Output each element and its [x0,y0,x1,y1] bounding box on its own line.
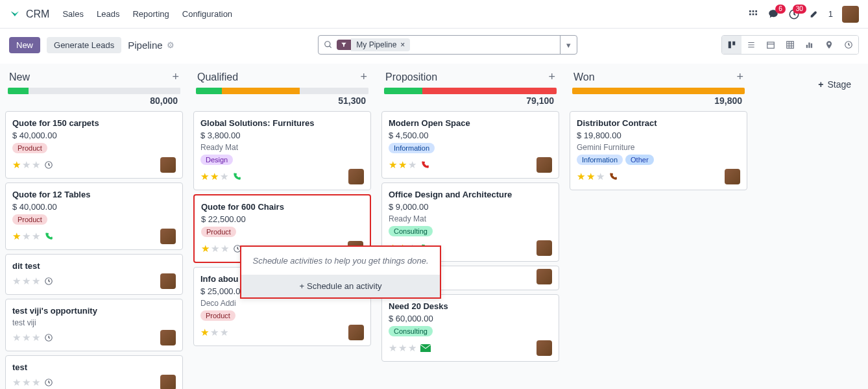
star-icon[interactable]: ★ [22,231,30,242]
star-icon[interactable]: ★ [389,342,397,354]
dialer-icon[interactable] [748,9,758,19]
tag[interactable]: Other [625,155,654,165]
phone-icon[interactable] [609,172,618,181]
kanban-card[interactable]: dit test ★★★ [5,254,183,295]
kanban-card[interactable]: test ★★★ [5,355,183,389]
column-title[interactable]: Won [573,71,595,83]
tools-icon[interactable] [809,9,819,19]
assignee-avatar[interactable] [160,157,176,173]
activity-view-icon[interactable] [839,36,858,54]
star-icon[interactable]: ★ [12,377,21,388]
app-title[interactable]: CRM [26,8,49,20]
kanban-card[interactable]: Quote for 12 Tables $ 40,000.00 Product … [5,182,183,250]
phone-icon[interactable] [420,160,429,169]
menu-configuration[interactable]: Configuration [182,9,232,19]
clock-icon[interactable] [44,160,53,169]
assignee-avatar[interactable] [160,273,176,289]
assignee-avatar[interactable] [725,169,740,184]
add-card-icon[interactable]: + [360,70,367,84]
kanban-card[interactable]: Need 20 Desks $ 60,000.00 Consulting ★★★ [381,294,559,362]
tag[interactable]: Product [12,143,47,153]
assignee-avatar[interactable] [536,240,552,256]
star-icon[interactable]: ★ [32,231,40,242]
column-progress[interactable] [8,88,180,94]
menu-reporting[interactable]: Reporting [132,9,169,19]
star-icon[interactable]: ★ [22,377,30,388]
mail-icon[interactable] [420,344,431,352]
list-view-icon[interactable] [741,36,761,54]
assignee-avatar[interactable] [348,169,364,184]
tag[interactable]: Information [389,143,435,153]
menu-leads[interactable]: Leads [97,9,119,19]
tag[interactable]: Product [200,310,235,321]
star-icon[interactable]: ★ [408,159,416,171]
kanban-card[interactable]: Quote for 150 carpets $ 40,000.00 Produc… [5,111,183,179]
remove-filter-icon[interactable]: × [400,40,405,49]
phone-icon[interactable] [232,172,241,181]
column-title[interactable]: New [9,71,30,83]
add-stage-button[interactable]: + Stage [812,70,858,99]
star-icon[interactable]: ★ [32,159,40,171]
messages-icon[interactable]: 6 [767,8,779,20]
star-icon[interactable]: ★ [32,275,40,287]
add-card-icon[interactable]: + [736,70,743,84]
gear-icon[interactable]: ⚙ [167,40,175,50]
star-icon[interactable]: ★ [12,275,21,287]
graph-view-icon[interactable] [800,36,819,54]
star-icon[interactable]: ★ [586,171,595,182]
search-input[interactable] [410,40,560,50]
add-card-icon[interactable]: + [172,70,179,84]
clock-icon[interactable] [44,333,53,342]
filter-chip[interactable]: My Pipeline× [351,38,410,51]
star-icon[interactable]: ★ [577,171,585,182]
assignee-avatar[interactable] [348,325,364,340]
star-icon[interactable]: ★ [200,327,209,338]
clock-icon[interactable] [44,277,53,286]
star-icon[interactable]: ★ [12,231,21,242]
star-icon[interactable]: ★ [201,243,210,255]
assignee-avatar[interactable] [536,340,552,356]
user-avatar[interactable] [842,6,859,23]
star-icon[interactable]: ★ [210,171,219,182]
assignee-avatar[interactable] [160,330,176,345]
star-icon[interactable]: ★ [22,159,30,171]
tag[interactable]: Product [12,214,47,225]
column-progress[interactable] [196,88,368,94]
star-icon[interactable]: ★ [211,243,219,255]
star-icon[interactable]: ★ [389,159,397,171]
assignee-avatar[interactable] [536,269,552,284]
pivot-view-icon[interactable] [780,36,800,54]
column-progress[interactable] [384,88,557,94]
column-title[interactable]: Proposition [385,71,437,83]
kanban-card[interactable]: test viji's opportunity test viji ★★★ [5,299,183,351]
star-icon[interactable]: ★ [200,171,209,182]
schedule-activity-button[interactable]: + Schedule an activity [241,275,440,297]
star-icon[interactable]: ★ [32,332,40,344]
kanban-card[interactable]: Global Solutions: Furnitures $ 3,800.00 … [193,111,371,190]
kanban-card[interactable]: Modern Open Space $ 4,500.00 Information… [381,111,559,179]
kanban-view-icon[interactable] [722,36,741,54]
generate-leads-button[interactable]: Generate Leads [47,37,121,53]
tag[interactable]: Information [577,155,623,165]
calendar-view-icon[interactable] [761,36,780,54]
phone-icon[interactable] [44,232,53,241]
star-icon[interactable]: ★ [408,342,416,354]
assignee-avatar[interactable] [160,229,176,244]
tag[interactable]: Consulting [389,226,433,236]
star-icon[interactable]: ★ [12,159,21,171]
column-title[interactable]: Qualified [197,71,238,83]
star-icon[interactable]: ★ [210,327,219,338]
tag[interactable]: Consulting [389,326,433,336]
column-progress[interactable] [572,88,745,94]
activities-icon[interactable]: 30 [788,8,800,20]
star-icon[interactable]: ★ [22,275,30,287]
new-button[interactable]: New [9,37,40,53]
star-icon[interactable]: ★ [398,159,407,171]
tag[interactable]: Design [200,155,233,165]
star-icon[interactable]: ★ [12,332,21,344]
map-view-icon[interactable] [819,36,839,54]
menu-sales[interactable]: Sales [62,9,84,19]
add-card-icon[interactable]: + [548,70,555,84]
search-dropdown-icon[interactable]: ▾ [560,36,577,54]
assignee-avatar[interactable] [160,375,176,389]
